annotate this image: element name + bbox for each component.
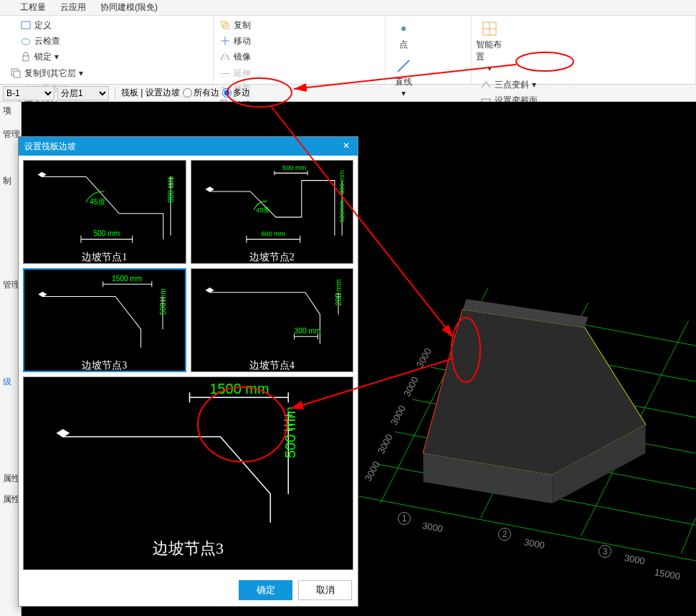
svg-text:800 mm: 800 mm [167, 176, 175, 202]
cloud-check-label: 云检查 [34, 35, 60, 47]
svg-text:500 mm: 500 mm [282, 407, 298, 458]
menu-item-cloud[interactable]: 云应用 [60, 1, 86, 14]
three-point-tilt-button[interactable]: 三点变斜▾ [477, 77, 692, 93]
menu-item-engineering[interactable]: 工程量 [20, 1, 46, 14]
svg-rect-2 [23, 56, 29, 61]
ribbon-group-draw: 点 直线▾ 绘图 ▾ [386, 16, 472, 84]
menu-bar: 工程量 云应用 协同建模(限免) [0, 0, 696, 16]
layer-select[interactable]: 分层1 [57, 86, 109, 100]
line-icon [395, 57, 412, 75]
slope-node-3[interactable]: 1500 mm 500 mm 边坡节点3 [23, 268, 186, 372]
chevron-down-icon: ▾ [532, 80, 536, 90]
slope-preview: 1500 mm 500 mm 边坡节点3 [23, 376, 353, 570]
menu-item-collab[interactable]: 协同建模(限免) [100, 1, 158, 14]
ribbon: 定义 云检查 锁定▾ 复制到其它层▾ 自动平齐板▾ 两点辅轴▾ 长度标注▾ 图元… [0, 16, 696, 85]
smart-icon [481, 20, 498, 37]
svg-text:3000: 3000 [624, 552, 646, 567]
tilt-icon [480, 79, 492, 90]
slope-node-4[interactable]: 300 mm 200 mm 边坡节点4 [191, 268, 354, 372]
cancel-button[interactable]: 取消 [298, 580, 352, 600]
node-card-label: 边坡节点4 [191, 356, 353, 375]
component-select[interactable]: B-1 [3, 86, 54, 100]
radio-multi-edges[interactable]: 多边 [222, 87, 250, 99]
dialog-titlebar[interactable]: 设置筏板边坡 ✕ [19, 137, 358, 156]
svg-text:3000: 3000 [523, 536, 545, 551]
svg-text:3000: 3000 [376, 432, 395, 456]
ribbon-group-general: 定义 云检查 锁定▾ 复制到其它层▾ 自动平齐板▾ 两点辅轴▾ 长度标注▾ 图元… [0, 16, 214, 84]
node-card-label: 边坡节点1 [24, 248, 186, 267]
preview-title: 边坡节点3 [24, 532, 353, 569]
svg-line-20 [398, 60, 409, 72]
chevron-down-icon: ▾ [54, 52, 59, 62]
dialog-title-text: 设置筏板边坡 [24, 141, 76, 153]
copy-icon [219, 19, 231, 31]
svg-text:3000: 3000 [363, 460, 382, 483]
svg-text:45度: 45度 [90, 198, 105, 206]
svg-text:600 mm: 600 mm [261, 230, 285, 237]
node-card-label: 边坡节点2 [191, 248, 353, 267]
node-grid: 45度 500 mm 800 mm 边坡节点1 [23, 160, 353, 372]
svg-text:15000: 15000 [654, 567, 681, 582]
svg-text:1500 mm: 1500 mm [112, 275, 142, 283]
svg-text:45度: 45度 [256, 207, 270, 214]
mirror-icon [219, 51, 231, 62]
define-icon [20, 19, 32, 31]
svg-point-19 [401, 27, 406, 31]
svg-text:500 mm: 500 mm [159, 288, 167, 315]
define-label: 定义 [34, 19, 52, 32]
slope-node-2[interactable]: 500 mm 600 mm 300 mm 500mm 45度 边坡节点2 [191, 160, 354, 264]
separator [115, 87, 115, 100]
copy-label: 复制 [234, 19, 251, 32]
left-item: 项 [0, 102, 21, 120]
copy-layer-icon [10, 67, 22, 79]
smart-layout-button[interactable]: 智能布置▾ [475, 17, 505, 76]
dialog-footer: 确定 取消 [19, 574, 358, 606]
mirror-label: 镜像 [234, 51, 251, 63]
slope-node-1[interactable]: 45度 500 mm 800 mm 边坡节点1 [23, 160, 186, 264]
cloud-icon [20, 35, 32, 47]
point-button[interactable]: 点 [388, 17, 419, 54]
lock-button[interactable]: 锁定▾ [17, 49, 210, 65]
svg-text:3000: 3000 [414, 346, 434, 370]
copy-to-layer-button[interactable]: 复制到其它层▾ [7, 65, 210, 81]
ok-button[interactable]: 确定 [239, 580, 292, 600]
svg-text:300 mm: 300 mm [338, 170, 345, 194]
chevron-down-icon: ▾ [79, 68, 83, 78]
node-card-label: 边坡节点3 [24, 356, 185, 375]
point-label: 点 [399, 39, 408, 51]
svg-text:3000: 3000 [421, 520, 444, 534]
svg-rect-0 [22, 22, 30, 29]
lock-icon [20, 51, 32, 62]
extend-button[interactable]: —延伸 [216, 65, 382, 81]
axis-bubble-1: 1 [398, 512, 411, 525]
slope-settings-dialog: 设置筏板边坡 ✕ [18, 136, 358, 607]
dialog-body: 45度 500 mm 800 mm 边坡节点1 [19, 156, 358, 574]
move-icon [219, 35, 231, 47]
radio-all-edges[interactable]: 所有边 [183, 87, 219, 99]
line-button[interactable]: 直线▾ [388, 55, 419, 101]
svg-text:3000: 3000 [388, 404, 408, 427]
move-label: 移动 [234, 35, 251, 47]
svg-text:200 mm: 200 mm [335, 279, 343, 305]
define-button[interactable]: 定义 [17, 17, 210, 33]
axis-bubble-3: 3 [599, 545, 611, 558]
mirror-button[interactable]: 镜像 [216, 49, 382, 65]
cloud-check-button[interactable]: 云检查 [17, 33, 210, 49]
tilt-label: 三点变斜 [495, 79, 529, 91]
svg-text:500 mm: 500 mm [282, 164, 307, 171]
copy-button[interactable]: 复制 [216, 17, 382, 33]
svg-point-1 [22, 39, 30, 44]
radio-multi-label: 多边 [233, 87, 250, 99]
line-label: 直线 [395, 76, 412, 88]
svg-rect-4 [14, 71, 20, 77]
smart-layout-label: 智能布置 [476, 39, 503, 63]
svg-text:3000: 3000 [401, 375, 421, 399]
svg-line-39 [682, 518, 696, 554]
chevron-down-icon: ▾ [401, 88, 406, 98]
chevron-down-icon: ▾ [487, 63, 492, 73]
ribbon-group-modify: 复制 移动 镜像 —延伸 ✂修剪 偏移 ⎋打断 合并 分割 对齐▾ 删除 旋转 … [214, 16, 386, 84]
move-button[interactable]: 移动 [216, 33, 382, 49]
ribbon-group-raft-edit: 智能布置▾ 三点变斜▾ 设置变截面 设置边坡 取消边坡 查看板内钢筋 查改标高 … [472, 16, 696, 84]
close-icon[interactable]: ✕ [340, 141, 352, 152]
lock-label: 锁定 [34, 51, 52, 63]
